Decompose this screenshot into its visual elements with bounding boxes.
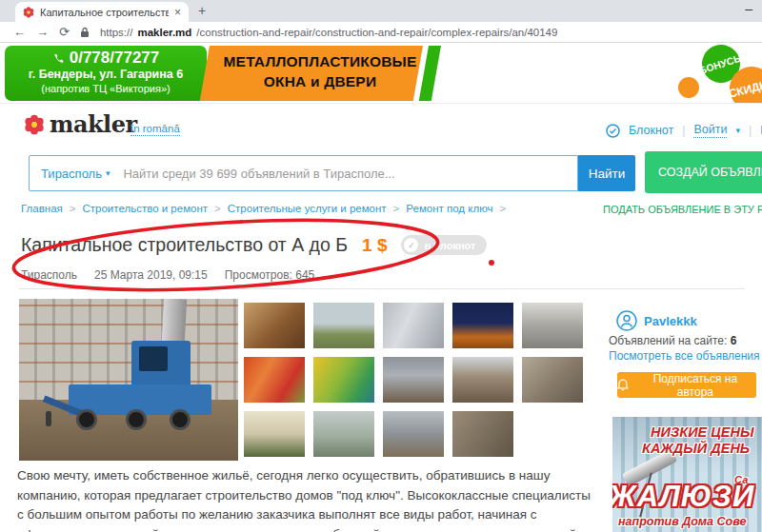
crane-wheel-graphic (126, 409, 147, 430)
search-bar[interactable]: Тирасполь ▾ (29, 155, 578, 191)
browser-tab-strip: Капитальное строительство от × + – (0, 0, 762, 22)
phone-icon (52, 52, 65, 65)
breadcrumb-separator-icon: > (500, 203, 507, 214)
ad-line-low-prices: НИЗКИЕ ЦЕНЫ (651, 424, 753, 440)
crane-cab-graphic (131, 341, 190, 386)
add-to-notebook-button[interactable]: ✓ в блокнот (401, 235, 487, 255)
create-ad-button[interactable]: СОЗДАЙ ОБЪЯВЛЕН (645, 151, 762, 193)
breadcrumb-separator-icon: > (70, 203, 76, 214)
ad-bottom-text: напротив Дома Сове (618, 515, 746, 528)
annotation-dot (489, 260, 494, 266)
url-host: makler.md (137, 27, 191, 38)
listing-description: Свою мечту, иметь собственное жильё, сег… (17, 466, 594, 532)
gallery-thumbnail-grey-building-construction[interactable] (522, 303, 583, 348)
gallery-thumbnail-unfinished-brick-house[interactable] (452, 357, 513, 403)
gallery-thumbnail-colorful-school[interactable] (313, 357, 374, 403)
padlock-icon (80, 27, 90, 38)
listing-city: Тирасполь (21, 268, 77, 282)
notebook-badge-label: в блокнот (424, 240, 475, 251)
notebook-badge-check-icon: ✓ (404, 238, 418, 252)
breadcrumb-link[interactable]: Главная (21, 203, 63, 214)
login-caret-icon: ▾ (735, 126, 740, 135)
gallery-thumbnail-rebar-floor-slab[interactable] (452, 411, 513, 457)
ad-address: г. Бендеры, ул. Гагарина 6 (5, 68, 207, 83)
author-avatar-icon (616, 310, 637, 331)
breadcrumb-link[interactable]: Ремонт под ключ (406, 203, 492, 214)
gallery-thumbnail-demolition-rubble[interactable] (522, 357, 583, 403)
search-input[interactable] (123, 167, 566, 181)
post-in-category-link[interactable]: ПОДАТЬ ОБЪЯВЛЕНИЕ В ЭТУ РУБРИ (603, 204, 762, 215)
author-name-link[interactable]: Pavlekkk (644, 314, 697, 328)
price-label: 1 $ (362, 235, 387, 256)
subscribe-button-label: Подписаться на автора (634, 372, 756, 399)
breadcrumb-separator-icon: > (393, 203, 400, 214)
divider (19, 288, 745, 289)
browser-tab[interactable]: Капитальное строительство от × (15, 2, 189, 22)
crane-wheel-graphic (170, 409, 190, 430)
tab-close-icon[interactable]: × (174, 7, 181, 18)
back-icon[interactable]: ← (13, 26, 26, 38)
language-switch-link[interactable]: în română (130, 123, 180, 136)
ad-phone-number: 0/778/77277 (70, 49, 160, 68)
breadcrumb-separator-icon: > (214, 203, 221, 214)
gallery-thumbnail-foundation-concrete-works[interactable] (383, 357, 444, 403)
crane-wheel-graphic (76, 409, 97, 430)
header-separator: | (749, 124, 752, 137)
ad-contact-block: 0/778/77277 г. Бендеры, ул. Гагарина 6 (… (5, 46, 207, 101)
bell-icon (617, 379, 629, 391)
address-bar[interactable]: https://makler.md/construction-and-repai… (100, 27, 558, 38)
forward-icon[interactable]: → (36, 26, 49, 38)
gallery-thumbnail-concrete-mixer-yard[interactable] (313, 303, 374, 348)
top-ad-banner[interactable]: 0/778/77277 г. Бендеры, ул. Гагарина 6 (… (0, 44, 762, 104)
ad-line-every-day: КАЖДЫЙ ДЕНЬ (642, 441, 750, 456)
ad-big-text-jalousie: ЖАЛЮЗИ (612, 480, 754, 514)
url-scheme: https:// (100, 27, 133, 38)
orange-dot-decoration (678, 77, 699, 98)
login-link[interactable]: Войти (693, 123, 727, 138)
sidebar-ad-banner-jalousie[interactable]: НИЗКИЕ ЦЕНЫ КАЖДЫЙ ДЕНЬ Са ЖАЛЮЗИ напрот… (612, 417, 762, 532)
gallery-thumbnail-polished-floor[interactable] (383, 303, 444, 348)
gallery-thumbnail-colorful-kindergarten[interactable] (244, 357, 305, 403)
subscribe-author-button[interactable]: Подписаться на автора (617, 372, 756, 398)
reload-icon[interactable]: ⟳ (59, 26, 70, 38)
makler-logo-text[interactable]: makler (50, 110, 137, 138)
author-ads-label: Объявлений на сайте: (609, 334, 731, 347)
browser-toolbar: ← → ⟳ https://makler.md/construction-and… (0, 22, 762, 43)
gallery-thumbnail-fence-construction[interactable] (313, 411, 374, 457)
breadcrumb-link[interactable]: Строительство и ремонт (83, 203, 209, 214)
tab-title: Капитальное строительство от (40, 7, 169, 18)
notebook-check-icon (606, 124, 620, 138)
gallery-thumbnail-theater-building[interactable] (244, 411, 305, 457)
notebook-link[interactable]: Блокнот (629, 124, 673, 137)
makler-logo-icon[interactable] (24, 114, 45, 135)
breadcrumb: Главная>Строительство и ремонт>Строитель… (21, 203, 506, 214)
worker-figure-graphic (46, 411, 51, 426)
gallery-thumbnail-basement-walls[interactable] (383, 411, 444, 457)
search-button[interactable]: Найти (578, 155, 635, 191)
gallery-thumbnail-interior-lobby[interactable] (244, 303, 305, 348)
author-ads-count: 6 (731, 334, 737, 347)
city-caret-icon: ▾ (106, 168, 110, 178)
ad-product-line1: МЕТАЛЛОПЛАСТИКОВЫЕ (217, 52, 423, 72)
city-selector[interactable]: Тирасполь (41, 167, 102, 181)
gallery-thumbnail-building-at-night[interactable] (452, 303, 513, 348)
ad-product-line2: ОКНА и ДВЕРИ (217, 72, 423, 92)
thumbnail-grid (244, 303, 583, 457)
window-minimize-button[interactable]: – (745, 1, 752, 16)
ad-address-note: (напротив ТЦ «Виктория») (5, 83, 207, 95)
page-title: Капитальное строительство от А до Б (21, 234, 348, 256)
listing-views: Просмотров: 645 (225, 268, 315, 282)
url-path: /construction-and-repair/construction-an… (196, 27, 557, 38)
author-all-ads-link[interactable]: Посмотреть все объявления автора (609, 349, 762, 363)
header-separator: | (682, 124, 685, 137)
makler-favicon-icon (23, 7, 34, 18)
listing-date: 25 Марта 2019, 09:15 (94, 268, 208, 282)
breadcrumb-link[interactable]: Строительные услуги и ремонт (228, 203, 387, 214)
new-tab-button[interactable]: + (198, 3, 206, 18)
gallery-main-photo-construction-crane[interactable] (19, 299, 238, 461)
